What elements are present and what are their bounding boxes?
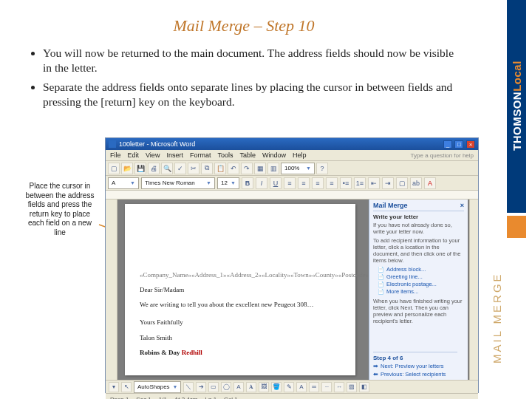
link-more-items[interactable]: More items...	[378, 288, 464, 295]
taskpane-hint: When you have finished writing your lett…	[373, 298, 464, 324]
word-formatting-toolbar: A▼ Times New Roman▼ 12▼ B I U ≡ ≡ ≡ ≡ •≡…	[106, 176, 478, 191]
cut-icon[interactable]: ✂	[188, 163, 200, 174]
align-right-icon[interactable]: ≡	[312, 177, 324, 189]
close-icon[interactable]: ×	[466, 140, 475, 149]
font-name-value: Times New Roman	[145, 180, 195, 186]
minimize-icon[interactable]: _	[443, 140, 452, 149]
print-icon[interactable]: 🖨	[148, 163, 160, 174]
line-icon[interactable]: ＼	[183, 382, 194, 392]
maximize-icon[interactable]: □	[454, 140, 463, 149]
callout-text: Place the cursor in between the address …	[22, 182, 98, 237]
copy-icon[interactable]: ⧉	[201, 163, 213, 174]
word-document-page[interactable]: «Company_Name»«Address_1»«Address_2»«Loc…	[125, 204, 355, 375]
columns-icon[interactable]: ▥	[267, 163, 279, 174]
status-at: At 3.4cm	[174, 396, 198, 399]
help-hint[interactable]: Type a question for help	[411, 152, 474, 159]
word-ruler	[106, 191, 478, 200]
help-icon[interactable]: ?	[316, 163, 328, 174]
body-paragraph: We are writing to tell you about the exc…	[140, 300, 345, 309]
preview-icon[interactable]: 🔍	[161, 163, 173, 174]
table-icon[interactable]: ▦	[254, 163, 266, 174]
save-icon[interactable]: 💾	[134, 163, 146, 174]
slide-bullets: You will now be returned to the main doc…	[43, 46, 458, 110]
taskpane-title: Mail Merge	[373, 202, 408, 209]
undo-icon[interactable]: ↶	[228, 163, 239, 174]
new-doc-icon[interactable]: ▢	[108, 163, 120, 174]
draw-menu[interactable]: ▾	[109, 382, 119, 392]
brand-sidebar: THOMSONLocal MAIL MERGE	[499, 0, 532, 399]
textbox-icon[interactable]: A	[233, 382, 244, 392]
arrow-shape-icon[interactable]: ➔	[196, 382, 206, 392]
spell-icon[interactable]: ✓	[174, 163, 186, 174]
italic-icon[interactable]: I	[256, 177, 267, 189]
link-address-block[interactable]: Address block...	[378, 266, 464, 273]
bullets-icon[interactable]: •≡	[340, 177, 352, 189]
link-electronic-postage[interactable]: Electronic postage...	[378, 281, 464, 287]
borders-icon[interactable]: ▢	[396, 177, 408, 189]
menu-file[interactable]: File	[110, 151, 121, 159]
outdent-icon[interactable]: ⇤	[368, 177, 380, 189]
word-standard-toolbar: ▢ 📂 💾 🖨 🔍 ✓ ✂ ⧉ 📋 ↶ ↷ ▦ ▥ 100%▼ ?	[106, 161, 478, 176]
shadow-icon[interactable]: ▨	[347, 382, 357, 392]
nav-next[interactable]: ➡ Next: Preview your letters	[373, 363, 457, 369]
taskpane-intro2: To add recipient information to your let…	[373, 237, 464, 264]
brand-accent-block	[507, 216, 526, 238]
indent-icon[interactable]: ⇥	[382, 177, 394, 189]
line-color-icon[interactable]: ✎	[284, 382, 294, 392]
menu-edit[interactable]: Edit	[128, 151, 140, 159]
bullet-1: You will now be returned to the main doc…	[43, 46, 458, 75]
status-sec: Sec 1	[136, 396, 151, 399]
autoshapes-combo[interactable]: AutoShapes▼	[134, 381, 181, 393]
word-window-title: 100letter - Microsoft Word	[119, 140, 195, 148]
status-of: 1/1	[159, 396, 167, 399]
slide-title: Mail Merge – Step 10	[7, 16, 480, 35]
line-style-icon[interactable]: ═	[309, 382, 319, 392]
align-center-icon[interactable]: ≡	[298, 177, 310, 189]
clipart-icon[interactable]: 🖼	[259, 382, 269, 392]
section-label: MAIL MERGE	[491, 244, 504, 392]
font-combo[interactable]: Times New Roman▼	[141, 177, 215, 189]
font-color-icon-2[interactable]: A	[296, 382, 307, 392]
style-combo[interactable]: A▼	[108, 177, 139, 189]
redo-icon[interactable]: ↷	[241, 163, 253, 174]
font-size-combo[interactable]: 12▼	[217, 177, 239, 189]
word-app-icon	[109, 140, 116, 148]
dash-style-icon[interactable]: ┄	[321, 382, 332, 392]
rect-icon[interactable]: ▭	[208, 382, 219, 392]
font-color-icon[interactable]: A	[424, 177, 436, 189]
menu-help[interactable]: Help	[293, 151, 307, 159]
taskpane-subhead: Write your letter	[373, 214, 464, 220]
menu-table[interactable]: Table	[239, 151, 256, 159]
signature-company: Robins & Day Redhill	[140, 348, 345, 357]
left-ruler	[106, 200, 117, 380]
bold-icon[interactable]: B	[242, 177, 253, 189]
select-arrow-icon[interactable]: ↖	[121, 382, 132, 392]
word-status-bar: Page 1 Sec 1 1/1 At 3.4cm Ln 1 Col 1	[106, 393, 478, 399]
zoom-combo[interactable]: 100%▼	[281, 163, 315, 174]
align-left-icon[interactable]: ≡	[284, 177, 296, 189]
highlight-icon[interactable]: ab	[410, 177, 422, 189]
oval-icon[interactable]: ◯	[221, 382, 231, 392]
open-icon[interactable]: 📂	[121, 163, 133, 174]
merge-fields-line: «Company_Name»«Address_1»«Address_2»«Loc…	[140, 270, 345, 279]
justify-icon[interactable]: ≡	[326, 177, 338, 189]
font-size-value: 12	[221, 180, 228, 186]
nav-prev[interactable]: ⬅ Previous: Select recipients	[373, 371, 457, 378]
3d-icon[interactable]: ◧	[359, 382, 369, 392]
vertical-scrollbar[interactable]	[469, 200, 478, 380]
menu-insert[interactable]: Insert	[166, 151, 183, 159]
fill-color-icon[interactable]: 🪣	[271, 382, 282, 392]
arrow-style-icon[interactable]: ↔	[334, 382, 344, 392]
wordart-icon[interactable]: 𝐀	[246, 382, 256, 392]
underline-icon[interactable]: U	[270, 177, 282, 189]
word-titlebar: 100letter - Microsoft Word _ □ ×	[106, 138, 478, 150]
menu-format[interactable]: Format	[190, 151, 211, 159]
menu-tools[interactable]: Tools	[217, 151, 233, 159]
menu-view[interactable]: View	[146, 151, 160, 159]
taskpane-close-icon[interactable]: ×	[460, 202, 464, 209]
link-greeting-line[interactable]: Greeting line...	[378, 273, 464, 280]
taskpane-intro1: If you have not already done so, write y…	[373, 222, 464, 235]
numbering-icon[interactable]: 1≡	[354, 177, 366, 189]
paste-icon[interactable]: 📋	[214, 163, 226, 174]
menu-window[interactable]: Window	[262, 151, 286, 159]
